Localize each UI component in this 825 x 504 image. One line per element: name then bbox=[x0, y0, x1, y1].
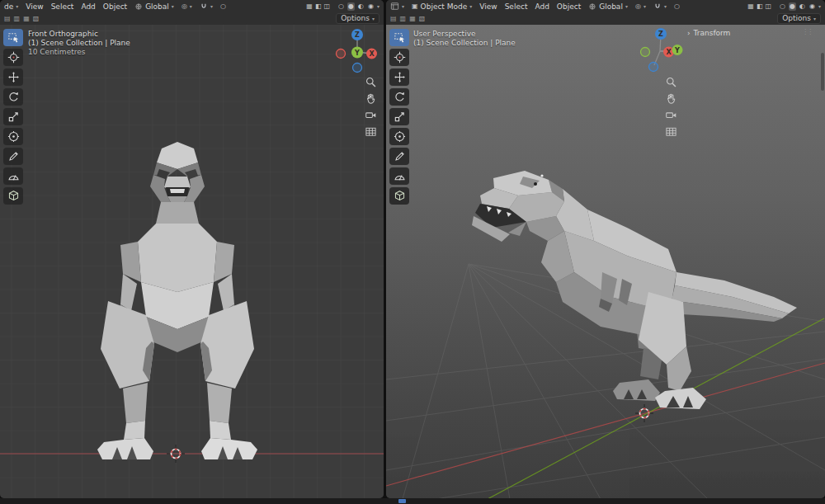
shading-wireframe-icon[interactable]: ○ bbox=[337, 2, 345, 11]
tool-rotate[interactable] bbox=[389, 88, 409, 106]
editor-type-dropdown[interactable]: ▾ bbox=[390, 2, 404, 11]
shading-solid-icon[interactable]: ● bbox=[347, 2, 355, 11]
snap-dropdown[interactable]: ▾ bbox=[200, 2, 213, 11]
menu-add[interactable]: Add bbox=[81, 2, 95, 11]
overlays-toggle-icon[interactable]: ◧ bbox=[757, 3, 763, 10]
ortho-grid-icon[interactable] bbox=[665, 125, 677, 138]
tool-cursor[interactable] bbox=[3, 49, 23, 66]
layout-icon-c[interactable]: ▦ bbox=[23, 15, 30, 22]
panel-drag-dots-icon[interactable]: ⋮⋮ bbox=[802, 28, 812, 35]
options-label: Options bbox=[341, 14, 370, 22]
tool-annotate[interactable] bbox=[3, 148, 23, 165]
camera-view-icon[interactable] bbox=[365, 109, 377, 121]
shading-mode-group: ○ ● ◐ ◉ ▾ bbox=[779, 2, 821, 11]
navigation-gizmo[interactable]: Z Y X bbox=[334, 26, 380, 74]
xray-toggle-icon[interactable]: ◫ bbox=[765, 3, 771, 10]
navigation-gizmo[interactable]: Z X Y bbox=[637, 26, 685, 74]
shading-material-icon[interactable]: ◐ bbox=[799, 2, 806, 11]
tool-add-cube[interactable] bbox=[3, 187, 23, 205]
viewport-canvas-perspective[interactable]: User Perspective (1) Scene Collection | … bbox=[386, 25, 825, 498]
gizmo-neg-y[interactable] bbox=[641, 48, 650, 57]
zoom-icon[interactable] bbox=[665, 76, 677, 88]
tool-transform[interactable] bbox=[389, 128, 409, 145]
proportional-edit-icon[interactable]: ○ bbox=[220, 3, 226, 10]
tool-add-cube[interactable] bbox=[389, 187, 409, 205]
tool-cursor[interactable] bbox=[389, 49, 409, 66]
menu-add[interactable]: Add bbox=[535, 2, 549, 11]
ortho-grid-icon[interactable] bbox=[365, 125, 377, 138]
shading-solid-icon[interactable]: ● bbox=[789, 2, 796, 11]
pivot-icon: ◎ bbox=[182, 3, 187, 10]
pivot-dropdown[interactable]: ◎ ▾ bbox=[182, 3, 192, 10]
header-row-2: ▤ ▥ ▦ ▧ Options ▾ bbox=[0, 12, 384, 24]
zoom-icon[interactable] bbox=[365, 76, 377, 88]
scale-icon bbox=[7, 111, 20, 123]
mode-dropdown[interactable]: ▣ Object Mode ▾ bbox=[412, 2, 472, 11]
magnet-icon bbox=[653, 2, 662, 11]
overlay-toggles: ▦ ◧ ◫ bbox=[306, 3, 330, 10]
viewport-canvas-front[interactable]: Front Orthographic (1) Scene Collection … bbox=[0, 25, 384, 498]
tool-move[interactable] bbox=[389, 68, 409, 86]
gizmos-toggle-icon[interactable]: ▦ bbox=[747, 3, 754, 10]
tool-measure[interactable] bbox=[389, 167, 409, 185]
proportional-edit-icon[interactable]: ○ bbox=[674, 3, 680, 10]
editor-type-icon bbox=[390, 2, 399, 11]
grid-scale: 10 Centimetres bbox=[28, 48, 130, 57]
layout-icon-b[interactable]: ▥ bbox=[400, 15, 407, 22]
gizmos-toggle-icon[interactable]: ▦ bbox=[306, 3, 313, 10]
header-extra-icons: ▤ ▥ ▦ ▧ bbox=[4, 15, 39, 22]
snap-dropdown[interactable]: ▾ bbox=[653, 2, 667, 11]
sidebar-transform-panel[interactable]: › Transform bbox=[687, 29, 730, 37]
layout-icon-d[interactable]: ▧ bbox=[33, 15, 40, 22]
tool-annotate[interactable] bbox=[389, 148, 409, 165]
pivot-dropdown[interactable]: ◎ ▾ bbox=[635, 3, 646, 10]
active-collection: (1) Scene Collection | Plane bbox=[28, 39, 130, 48]
gizmo-neg-x[interactable] bbox=[337, 49, 346, 59]
tool-select-box[interactable] bbox=[389, 29, 409, 46]
camera-view-icon[interactable] bbox=[665, 109, 677, 121]
shading-wireframe-icon[interactable]: ○ bbox=[779, 2, 786, 11]
tool-select-box[interactable] bbox=[3, 29, 23, 46]
layout-icon-a[interactable]: ▤ bbox=[390, 15, 397, 22]
gizmo-neg-z[interactable] bbox=[353, 64, 362, 73]
xray-toggle-icon[interactable]: ◫ bbox=[323, 3, 330, 10]
view-name: Front Orthographic bbox=[28, 30, 130, 39]
scrollbar-thumb[interactable] bbox=[821, 53, 824, 91]
gizmo-x-label: X bbox=[369, 50, 375, 58]
sidebar-scrollbar[interactable] bbox=[821, 53, 824, 494]
overlay-toggles: ▦ ◧ ◫ bbox=[747, 3, 771, 10]
tool-rotate[interactable] bbox=[3, 88, 23, 106]
menu-object[interactable]: Object bbox=[103, 2, 127, 11]
menu-select[interactable]: Select bbox=[505, 2, 528, 11]
pan-hand-icon[interactable] bbox=[665, 92, 677, 105]
options-dropdown[interactable]: Options ▾ bbox=[777, 13, 821, 24]
menu-select[interactable]: Select bbox=[51, 2, 74, 11]
viewport-perspective: ▾ ▣ Object Mode ▾ View Select Add Object… bbox=[386, 0, 825, 498]
orientation-dropdown[interactable]: Global ▾ bbox=[588, 2, 628, 11]
chevron-down-icon: ▾ bbox=[625, 3, 628, 9]
shading-material-icon[interactable]: ◐ bbox=[357, 2, 365, 11]
options-dropdown[interactable]: Options ▾ bbox=[336, 13, 380, 24]
layout-icon-a[interactable]: ▤ bbox=[4, 15, 11, 22]
menu-view[interactable]: View bbox=[26, 2, 43, 11]
menu-view[interactable]: View bbox=[479, 2, 497, 11]
overlays-toggle-icon[interactable]: ◧ bbox=[315, 3, 322, 10]
tool-move[interactable] bbox=[3, 68, 23, 86]
tool-scale[interactable] bbox=[389, 108, 409, 125]
layout-icon-d[interactable]: ▧ bbox=[419, 15, 426, 22]
mode-dropdown[interactable]: de ▾ bbox=[4, 2, 18, 11]
header-extra-icons: ▤ ▥ ▦ ▧ bbox=[390, 15, 425, 22]
layout-icon-b[interactable]: ▥ bbox=[14, 15, 21, 22]
tool-scale[interactable] bbox=[3, 108, 23, 125]
gizmo-y-label: Y bbox=[354, 49, 360, 57]
tool-measure[interactable] bbox=[3, 167, 23, 185]
orientation-dropdown[interactable]: Global ▾ bbox=[134, 2, 174, 11]
pan-hand-icon[interactable] bbox=[365, 92, 377, 105]
trex-object-perspective[interactable] bbox=[472, 171, 797, 409]
menu-object[interactable]: Object bbox=[557, 2, 581, 11]
gizmo-neg-z[interactable] bbox=[649, 63, 658, 72]
tool-transform[interactable] bbox=[3, 128, 23, 145]
shading-rendered-icon[interactable]: ◉ bbox=[367, 2, 375, 11]
shading-rendered-icon[interactable]: ◉ bbox=[808, 2, 816, 11]
layout-icon-c[interactable]: ▦ bbox=[409, 15, 416, 22]
